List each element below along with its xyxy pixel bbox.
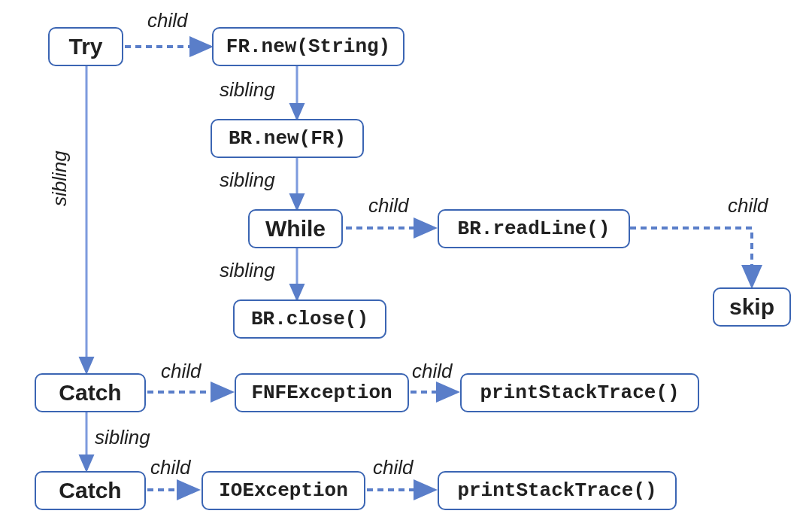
node-ioexception-label: IOException [219,479,348,502]
node-printstacktrace-1-label: printStackTrace() [480,382,679,404]
edge-label-catch1-catch2: sibling [95,426,150,449]
node-catch-2-label: Catch [59,478,121,503]
node-catch-1: Catch [35,373,146,412]
node-skip-label: skip [729,294,774,320]
edge-label-while-readline: child [368,194,408,217]
node-while-label: While [265,216,326,242]
node-fnfexception: FNFException [235,373,409,412]
node-br-close: BR.close() [233,299,386,339]
node-catch-1-label: Catch [59,380,121,406]
edge-label-catch1-fnf: child [161,360,201,383]
node-try: Try [48,27,123,66]
edge-label-brnew-while: sibling [220,169,275,192]
node-br-new-label: BR.new(FR) [229,127,346,150]
edge-label-fnf-pst1: child [412,360,452,383]
node-while: While [248,209,343,248]
edge-label-try-catch1: sibling [48,150,71,206]
edge-label-ioex-pst2: child [373,456,413,479]
node-fr-new-label: FR.new(String) [226,35,390,58]
edge-label-catch2-ioex: child [150,456,190,479]
edge-label-try-frnew: child [147,9,187,32]
node-try-label: Try [68,34,102,59]
node-fnfexception-label: FNFException [251,382,392,404]
diagram-arrows [0,0,812,532]
node-br-readline-label: BR.readLine() [458,217,611,240]
node-printstacktrace-1: printStackTrace() [460,373,699,412]
node-catch-2: Catch [35,471,146,510]
edge-label-readline-skip: child [728,194,768,217]
node-br-readline: BR.readLine() [438,209,630,248]
node-skip: skip [713,287,791,327]
node-br-new: BR.new(FR) [211,119,364,158]
node-br-close-label: BR.close() [251,308,368,330]
node-printstacktrace-2: printStackTrace() [438,471,677,510]
node-printstacktrace-2-label: printStackTrace() [457,479,656,502]
edge-label-while-brclose: sibling [220,259,275,282]
edge-label-frnew-brnew: sibling [220,78,275,102]
node-ioexception: IOException [201,471,365,510]
node-fr-new: FR.new(String) [212,27,404,66]
